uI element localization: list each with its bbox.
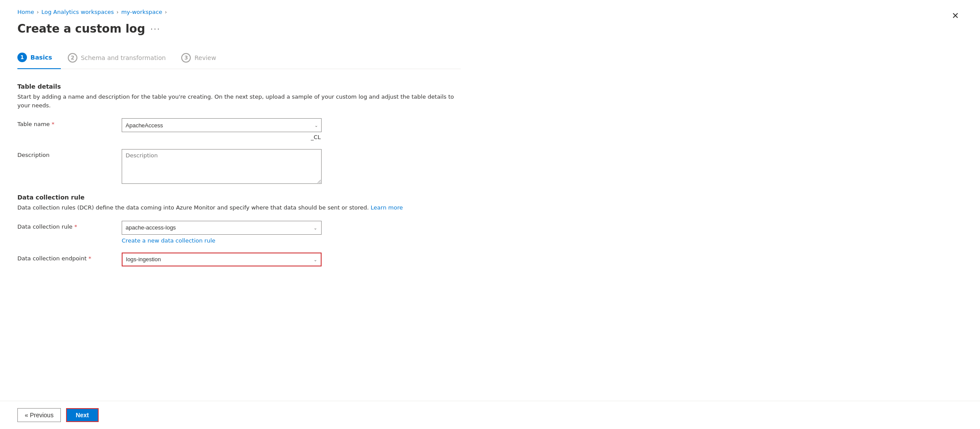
endpoint-select[interactable]: logs-ingestion [122, 253, 322, 266]
table-details-title: Table details [17, 83, 461, 90]
create-dcr-link[interactable]: Create a new data collection rule [122, 237, 322, 244]
endpoint-input-wrap: logs-ingestion ⌄ [122, 253, 322, 266]
breadcrumb-home[interactable]: Home [17, 9, 34, 15]
breadcrumb-log-analytics[interactable]: Log Analytics workspaces [41, 9, 114, 15]
table-details-desc: Start by adding a name and description f… [17, 93, 461, 110]
footer: « Previous Next [0, 401, 980, 429]
description-label: Description [17, 149, 122, 158]
step-circle-1: 1 [17, 53, 27, 62]
endpoint-select-wrap: logs-ingestion ⌄ [122, 253, 322, 266]
wizard-steps: 1 Basics 2 Schema and transformation 3 R… [17, 47, 461, 69]
endpoint-label: Data collection endpoint * [17, 253, 122, 262]
step-circle-3: 3 [181, 53, 191, 63]
wizard-step-review[interactable]: 3 Review [181, 48, 225, 69]
table-details-section: Table details Start by adding a name and… [17, 83, 461, 185]
step-circle-2: 2 [68, 53, 77, 63]
description-field: Description [17, 149, 461, 185]
endpoint-required: * [88, 255, 91, 262]
previous-button[interactable]: « Previous [17, 408, 61, 422]
dcr-select-wrap: apache-access-logs ⌄ [122, 221, 322, 235]
wizard-step-basics[interactable]: 1 Basics [17, 47, 61, 69]
table-name-input[interactable] [122, 118, 322, 132]
step-label-schema: Schema and transformation [81, 54, 166, 61]
dcr-field: Data collection rule * apache-access-log… [17, 221, 461, 244]
breadcrumb-sep-3: › [165, 9, 167, 15]
table-name-cl-suffix: _CL [122, 134, 322, 140]
breadcrumb-sep-1: › [37, 9, 39, 15]
dcr-required: * [74, 223, 77, 230]
description-textarea[interactable] [122, 149, 322, 184]
table-name-input-container: ⌄ [122, 118, 322, 132]
close-button[interactable]: ✕ [948, 9, 963, 23]
dcr-label: Data collection rule * [17, 221, 122, 230]
learn-more-link[interactable]: Learn more [371, 204, 403, 211]
dcr-title: Data collection rule [17, 194, 461, 201]
wizard-step-schema[interactable]: 2 Schema and transformation [68, 48, 175, 69]
step-label-review: Review [194, 54, 216, 61]
dcr-select[interactable]: apache-access-logs [122, 221, 322, 235]
more-options-icon[interactable]: ··· [150, 24, 160, 33]
step-label-basics: Basics [30, 54, 52, 61]
breadcrumb-sep-2: › [116, 9, 119, 15]
dcr-section: Data collection rule Data collection rul… [17, 194, 461, 266]
breadcrumb: Home › Log Analytics workspaces › my-wor… [17, 9, 461, 15]
description-input-wrap [122, 149, 322, 185]
dcr-input-wrap: apache-access-logs ⌄ Create a new data c… [122, 221, 322, 244]
table-name-input-wrap: ⌄ _CL [122, 118, 322, 140]
table-name-label: Table name * [17, 118, 122, 127]
next-button[interactable]: Next [66, 408, 98, 422]
page-title-row: Create a custom log ··· [17, 22, 461, 35]
page-title: Create a custom log [17, 22, 145, 35]
breadcrumb-workspace[interactable]: my-workspace [121, 9, 162, 15]
table-name-required: * [52, 121, 55, 127]
table-name-field: Table name * ⌄ _CL [17, 118, 461, 140]
endpoint-field: Data collection endpoint * logs-ingestio… [17, 253, 461, 266]
dcr-desc: Data collection rules (DCR) define the d… [17, 203, 461, 212]
